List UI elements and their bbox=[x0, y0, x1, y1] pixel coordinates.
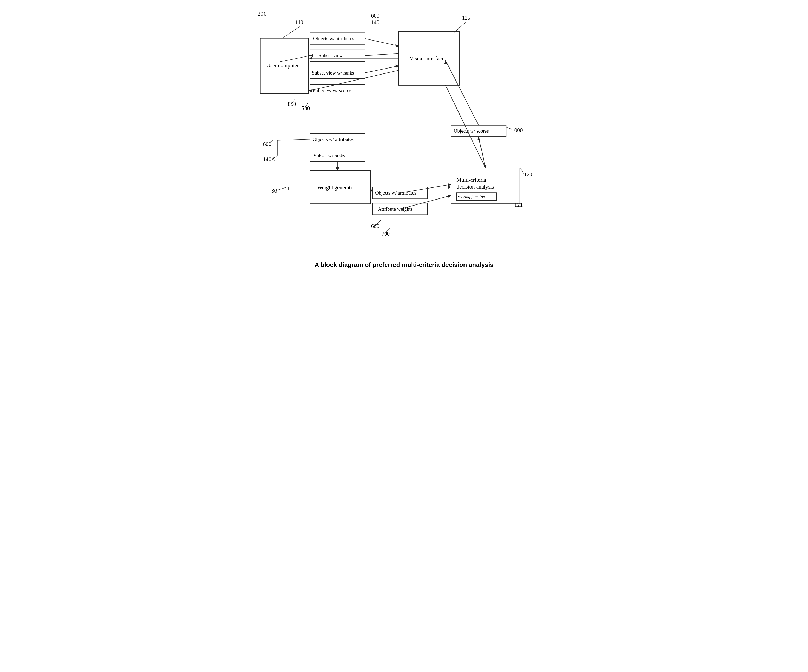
diagram-caption: A block diagram of preferred multi-crite… bbox=[252, 259, 556, 271]
ref-121: 121 bbox=[514, 202, 523, 208]
svg-line-46 bbox=[371, 187, 372, 193]
svg-line-0 bbox=[283, 26, 301, 38]
ref-140A: 140A bbox=[263, 156, 275, 162]
svg-line-6 bbox=[365, 53, 399, 56]
svg-marker-43 bbox=[447, 183, 451, 186]
diagram-container: 200 110 600 140 125 User computer Visual… bbox=[247, 0, 561, 276]
ref-600-left: 600 bbox=[263, 141, 271, 147]
svg-marker-17 bbox=[309, 89, 313, 92]
obj-attrs-label-3: Objects w/ attributes bbox=[375, 190, 416, 196]
svg-line-23 bbox=[277, 139, 309, 140]
svg-line-9 bbox=[365, 66, 399, 73]
svg-line-44 bbox=[400, 196, 451, 209]
ref-1000: 1000 bbox=[512, 127, 523, 133]
ref-30: 30 bbox=[271, 187, 277, 194]
svg-line-40 bbox=[446, 85, 486, 168]
svg-marker-3 bbox=[395, 44, 399, 48]
ref-500: 500 bbox=[301, 105, 310, 111]
ref-110: 110 bbox=[295, 19, 303, 25]
weight-generator-label: Weight generator bbox=[317, 184, 355, 191]
svg-marker-15 bbox=[309, 57, 312, 60]
subset-view-label: Subset view bbox=[319, 53, 343, 59]
ref-120: 120 bbox=[524, 171, 532, 177]
obj-attrs-label-1: Objects w/ attributes bbox=[313, 36, 354, 41]
scoring-function-label: scoring function bbox=[458, 194, 485, 199]
svg-line-38 bbox=[446, 60, 479, 125]
ref-200: 200 bbox=[257, 10, 266, 17]
svg-marker-45 bbox=[447, 194, 451, 198]
ref-600-bottom: 600 bbox=[371, 223, 379, 229]
svg-line-34 bbox=[520, 168, 524, 174]
svg-line-36 bbox=[478, 137, 485, 168]
svg-marker-37 bbox=[477, 137, 480, 140]
svg-line-25 bbox=[276, 187, 288, 191]
ref-800: 800 bbox=[287, 101, 296, 107]
svg-marker-10 bbox=[395, 65, 399, 68]
svg-line-8 bbox=[280, 56, 310, 62]
svg-line-42 bbox=[400, 184, 451, 193]
user-computer-label: User computer bbox=[266, 62, 299, 69]
svg-marker-29 bbox=[336, 167, 339, 171]
ref-125: 125 bbox=[462, 15, 470, 21]
svg-marker-7 bbox=[310, 54, 313, 57]
ref-140: 140 bbox=[371, 19, 379, 25]
subset-ranks-label: Subset w/ ranks bbox=[314, 153, 345, 159]
mcda-label: Multi-criteria bbox=[456, 177, 486, 183]
svg-marker-41 bbox=[483, 165, 486, 168]
mcda-label-2: decision analysis bbox=[456, 184, 494, 190]
ref-700: 700 bbox=[381, 231, 390, 237]
visual-interface-label: Visual interface bbox=[410, 55, 444, 62]
obj-attrs-label-2: Objects w/ attributes bbox=[312, 137, 354, 142]
block-diagram: 200 110 600 140 125 User computer Visual… bbox=[252, 5, 556, 253]
ref-600-top: 600 bbox=[371, 13, 379, 19]
subset-view-ranks-label: Subset view w/ ranks bbox=[312, 70, 354, 75]
svg-line-2 bbox=[365, 39, 399, 46]
obj-scores-label: Objects w/ scores bbox=[454, 128, 489, 134]
svg-line-35 bbox=[506, 127, 512, 129]
